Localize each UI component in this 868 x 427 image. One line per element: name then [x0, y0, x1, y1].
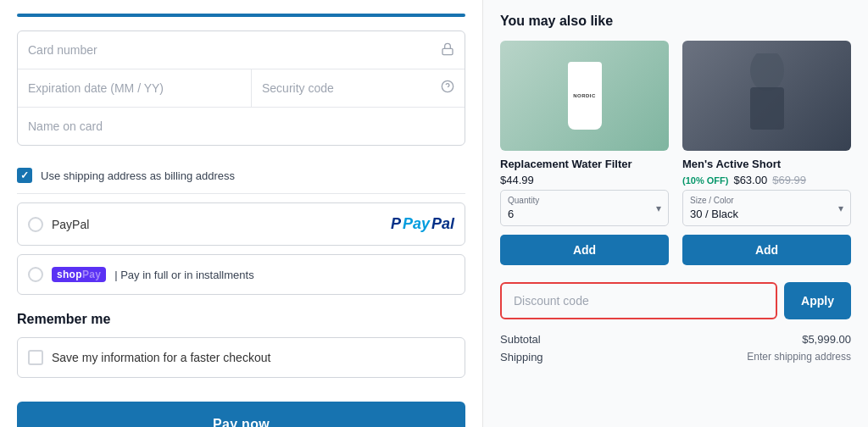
- name-on-card-row: [18, 108, 465, 145]
- product-grid: NORDIC Replacement Water Filter $44.99 Q…: [500, 41, 851, 265]
- remember-section: Remember me Save my information for a fa…: [17, 312, 465, 378]
- product-name-mens-short: Men's Active Short: [682, 158, 851, 170]
- add-button-water-filter[interactable]: Add: [500, 235, 669, 265]
- save-info-checkbox[interactable]: [28, 350, 43, 365]
- card-section: [17, 30, 465, 146]
- shop-pay-badge: shopPay: [52, 267, 106, 282]
- lock-icon: [441, 42, 465, 58]
- paypal-pal-icon: Pal: [431, 215, 454, 233]
- svg-rect-0: [442, 48, 453, 54]
- discount-badge-mens-short: (10% OFF): [682, 175, 728, 186]
- product-image-mens-short: [682, 41, 851, 151]
- product-card-mens-short: Men's Active Short (10% OFF) $63.00 $69.…: [682, 41, 851, 265]
- name-on-card-input[interactable]: [18, 108, 465, 145]
- paypal-logo: P Pay Pal: [391, 215, 454, 233]
- subtotal-value: $5,999.00: [802, 333, 851, 346]
- quantity-select-water-filter[interactable]: Quantity 6: [500, 190, 669, 226]
- card-number-row: [18, 31, 465, 69]
- nordic-bottle-shape: NORDIC: [568, 62, 602, 130]
- shop-pay-option[interactable]: shopPay | Pay in full or in installments: [17, 254, 465, 295]
- add-button-mens-short[interactable]: Add: [682, 235, 851, 265]
- quantity-label-water-filter: Quantity: [508, 196, 661, 205]
- size-color-value-mens-short: 30 / Black: [690, 208, 738, 220]
- nordic-label: NORDIC: [573, 93, 596, 98]
- security-code-input[interactable]: [252, 69, 441, 107]
- shipping-value: Enter shipping address: [747, 351, 851, 363]
- checkout-right-panel: You may also like NORDIC Replacement Wat…: [483, 0, 868, 427]
- checkout-left-panel: Use shipping address as billing address …: [0, 0, 483, 427]
- shop-pay-text: | Pay in full or in installments: [114, 269, 254, 281]
- discount-code-input[interactable]: [502, 284, 776, 318]
- shorts-silhouette: [742, 53, 793, 138]
- shipping-label: Shipping: [500, 351, 543, 363]
- svg-rect-4: [750, 87, 784, 130]
- security-code-wrap: [252, 69, 465, 107]
- paypal-p-icon: P: [391, 215, 401, 233]
- price-row-water-filter: $44.99: [500, 174, 669, 186]
- options-row-mens-short: Size / Color 30 / Black: [682, 190, 851, 226]
- remember-title: Remember me: [17, 312, 465, 327]
- paypal-ay-icon: Pay: [403, 215, 430, 233]
- save-info-row: Save my information for a faster checkou…: [17, 337, 465, 378]
- billing-checkbox[interactable]: [17, 168, 32, 183]
- pay-now-button[interactable]: Pay now: [17, 402, 465, 427]
- expiration-input[interactable]: [18, 69, 252, 107]
- quantity-value-water-filter: 6: [508, 208, 514, 220]
- billing-checkbox-label: Use shipping address as billing address: [41, 169, 235, 182]
- options-row-water-filter: Quantity 6: [500, 190, 669, 226]
- discount-input-wrap: [500, 282, 777, 319]
- paypal-label: PayPal: [52, 218, 89, 231]
- size-color-label-mens-short: Size / Color: [690, 196, 843, 205]
- shop-pay-radio[interactable]: [28, 267, 43, 282]
- price-original-mens-short: $69.99: [772, 174, 806, 186]
- product-name-water-filter: Replacement Water Filter: [500, 158, 669, 170]
- price-current-mens-short: $63.00: [733, 174, 767, 186]
- product-image-water-filter: NORDIC: [500, 41, 669, 151]
- product-card-water-filter: NORDIC Replacement Water Filter $44.99 Q…: [500, 41, 669, 265]
- subtotal-row: Subtotal $5,999.00: [500, 333, 851, 346]
- paypal-option-left: PayPal: [28, 217, 89, 232]
- paypal-option[interactable]: PayPal P Pay Pal: [17, 202, 465, 246]
- billing-checkbox-row: Use shipping address as billing address: [17, 156, 465, 194]
- paypal-radio[interactable]: [28, 217, 43, 232]
- shipping-row: Shipping Enter shipping address: [500, 351, 851, 363]
- apply-discount-button[interactable]: Apply: [784, 282, 851, 319]
- card-details-row: [18, 69, 465, 108]
- svg-point-3: [750, 53, 784, 92]
- discount-row: Apply: [500, 282, 851, 319]
- progress-bar: [17, 14, 465, 17]
- shop-pay-option-left: shopPay | Pay in full or in installments: [28, 267, 254, 282]
- save-info-label: Save my information for a faster checkou…: [52, 351, 270, 364]
- price-row-mens-short: (10% OFF) $63.00 $69.99: [682, 174, 851, 186]
- help-icon: [441, 80, 465, 97]
- you-may-like-title: You may also like: [500, 14, 851, 29]
- price-water-filter: $44.99: [500, 174, 534, 186]
- card-number-input[interactable]: [18, 31, 441, 69]
- subtotal-label: Subtotal: [500, 333, 541, 346]
- size-color-select-mens-short[interactable]: Size / Color 30 / Black: [682, 190, 851, 226]
